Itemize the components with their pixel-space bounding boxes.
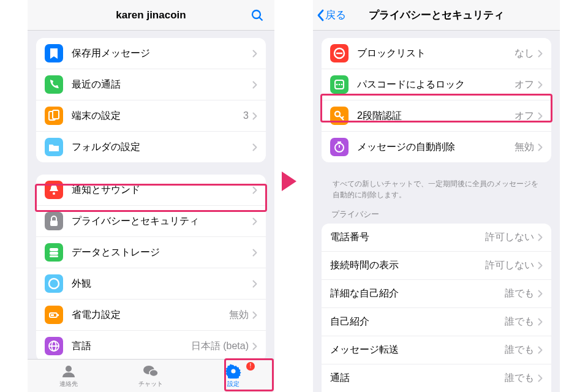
chevron-right-icon	[538, 81, 543, 89]
chevron-right-icon	[252, 186, 257, 194]
settings-row[interactable]: 言語日本語 (beta)	[36, 331, 266, 359]
chevron-left-icon	[317, 9, 324, 21]
settings-row[interactable]: メッセージの自動削除無効	[322, 132, 551, 162]
row-label: 端末の設定	[72, 110, 243, 123]
key-icon	[330, 107, 349, 125]
back-button[interactable]: 戻る	[317, 8, 346, 22]
chevron-right-icon	[538, 50, 543, 58]
section-header-privacy: プライバシー	[322, 209, 551, 224]
row-value: 許可しない	[485, 259, 534, 272]
settings-row[interactable]: 接続時間の表示許可しない	[322, 252, 551, 280]
row-label: 電話番号	[330, 231, 485, 244]
tab-label: 連絡先	[59, 380, 78, 388]
chevron-right-icon	[252, 217, 257, 225]
settings-row[interactable]: 保存用メッセージ	[36, 38, 266, 69]
svg-rect-7	[50, 248, 58, 251]
settings-row[interactable]: 外観	[36, 268, 266, 300]
tab-settings[interactable]: 設定 !	[192, 360, 274, 392]
circle-icon	[45, 274, 63, 293]
row-value: 許可しない	[485, 231, 534, 244]
settings-row[interactable]: 最近の通話	[36, 69, 266, 100]
row-value: 無効	[229, 309, 249, 322]
globe-icon	[45, 337, 63, 355]
row-label: 詳細な自己紹介	[330, 287, 505, 300]
svg-rect-5	[53, 184, 55, 186]
settings-row[interactable]: 通知とサウンド	[36, 175, 266, 206]
row-value: 誰でも	[505, 287, 534, 300]
notification-badge: !	[246, 362, 255, 371]
lock-icon	[45, 212, 63, 230]
svg-rect-13	[51, 314, 54, 316]
svg-rect-6	[50, 221, 58, 226]
chevron-right-icon	[538, 290, 543, 298]
svg-rect-8	[50, 252, 58, 255]
row-label: フォルダの設定	[72, 141, 252, 154]
chevron-right-icon	[538, 318, 543, 326]
row-label: 言語	[72, 340, 191, 353]
row-label: ブロックリスト	[357, 47, 514, 60]
navbar-right: 戻る プライバシーとセキュリティ	[313, 0, 560, 31]
row-label: 自己紹介	[330, 315, 505, 328]
settings-row[interactable]: 端末の設定3	[36, 100, 266, 132]
chevron-right-icon	[538, 346, 543, 354]
row-value: 日本語 (beta)	[191, 340, 249, 353]
svg-point-10	[49, 279, 59, 288]
row-value: 3	[243, 110, 249, 121]
chevron-right-icon	[252, 342, 257, 350]
chats-icon	[143, 364, 159, 379]
row-value: 誰でも	[505, 344, 534, 356]
settings-icon	[225, 364, 241, 379]
row-label: メッセージ転送	[330, 344, 505, 356]
tabbar: 連絡先 チャット 設定 !	[28, 359, 274, 392]
navbar-left: karen jinacoin	[28, 0, 274, 31]
settings-row[interactable]: プライバシーとセキュリティ	[36, 206, 266, 237]
settings-row[interactable]: ブロックリストなし	[322, 38, 551, 69]
contacts-icon	[61, 364, 77, 379]
settings-row[interactable]: 詳細な自己紹介誰でも	[322, 280, 551, 308]
row-label: 外観	[72, 277, 252, 290]
storage-icon	[45, 243, 63, 262]
settings-row[interactable]: パスコードによるロックオフ	[322, 69, 551, 100]
settings-row[interactable]: フォルダの設定	[36, 132, 266, 162]
chevron-right-icon	[252, 143, 257, 151]
svg-rect-12	[57, 314, 59, 316]
chevron-right-icon	[538, 374, 543, 382]
svg-point-0	[252, 10, 260, 18]
row-label: プライバシーとセキュリティ	[72, 215, 252, 228]
back-label: 戻る	[325, 8, 346, 22]
row-label: 保存用メッセージ	[72, 47, 252, 60]
timer-icon	[330, 138, 349, 156]
row-value: 誰でも	[505, 372, 534, 385]
svg-rect-3	[53, 110, 59, 119]
row-label: パスコードによるロック	[357, 78, 514, 91]
chevron-right-icon	[252, 249, 257, 257]
svg-point-19	[149, 369, 158, 376]
row-label: 接続時間の表示	[330, 259, 485, 272]
tab-chats[interactable]: チャット	[110, 360, 192, 392]
chevron-right-icon	[252, 112, 257, 120]
row-label: 最近の通話	[72, 78, 252, 91]
row-label: 通話	[330, 372, 505, 385]
page-title: karen jinacoin	[116, 9, 186, 21]
chevron-right-icon	[538, 262, 543, 270]
tab-label: チャット	[138, 380, 163, 388]
settings-row[interactable]: データとストレージ	[36, 237, 266, 268]
svg-point-17	[66, 366, 72, 372]
settings-row[interactable]: 2段階認証オフ	[322, 100, 551, 132]
settings-row[interactable]: 省電力設定無効	[36, 300, 266, 331]
settings-row[interactable]: 電話番号許可しない	[322, 224, 551, 252]
search-icon[interactable]	[250, 8, 265, 23]
settings-row[interactable]: 自己紹介誰でも	[322, 308, 551, 336]
block-icon	[330, 44, 349, 62]
chevron-right-icon	[538, 233, 543, 241]
chevron-right-icon	[538, 112, 543, 120]
row-label: メッセージの自動削除	[357, 141, 514, 154]
section-footnote: すべての新しいチャットで、一定期間後に全員のメッセージを自動的に削除します。	[322, 175, 551, 209]
settings-row[interactable]: メッセージ転送誰でも	[322, 336, 551, 364]
svg-point-28	[335, 111, 340, 116]
row-label: 通知とサウンド	[72, 184, 252, 197]
page-title: プライバシーとセキュリティ	[369, 8, 504, 22]
tab-contacts[interactable]: 連絡先	[28, 360, 110, 392]
settings-row[interactable]: 通話誰でも	[322, 364, 551, 392]
tab-label: 設定	[227, 380, 239, 388]
